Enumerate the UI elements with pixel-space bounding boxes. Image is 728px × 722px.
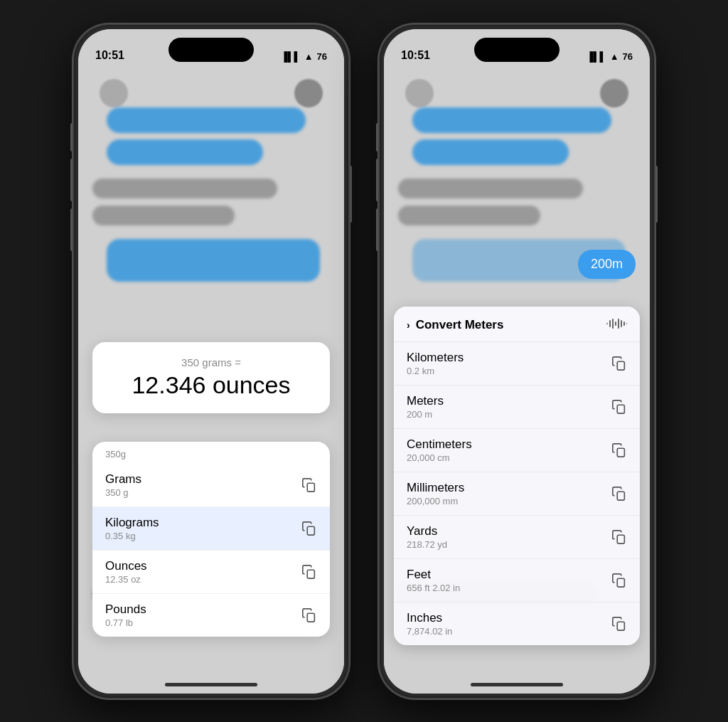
svg-rect-15: [617, 492, 624, 500]
copy-button[interactable]: [611, 399, 627, 415]
status-time: 10:51: [95, 49, 124, 62]
svg-rect-14: [617, 448, 624, 457]
mute-button[interactable]: [70, 123, 73, 152]
unit-value: 200 m: [407, 409, 444, 420]
list-item[interactable]: Meters 200 m: [394, 385, 640, 428]
list-item[interactable]: Kilograms 0.35 kg: [92, 507, 330, 551]
dynamic-island-right: [474, 38, 560, 62]
home-indicator-right: [471, 683, 563, 686]
battery-icon: 76: [317, 51, 327, 62]
list-item[interactable]: Grams 350 g: [92, 464, 330, 507]
power-button-right[interactable]: [655, 166, 658, 223]
copy-button[interactable]: [611, 573, 627, 588]
weight-result-label: 350 grams =: [109, 356, 313, 368]
unit-value: 0.77 lb: [105, 617, 146, 628]
waveform-icon[interactable]: [606, 317, 627, 334]
mute-button-right[interactable]: [376, 123, 378, 152]
unit-name: Ounces: [105, 559, 147, 573]
chevron-down-icon[interactable]: ›: [407, 319, 410, 331]
right-phone: 10:51 ▐▌▌ ▲ 76 200m › Convert Met: [378, 23, 655, 699]
conversion-list-header: 350g: [92, 442, 330, 464]
list-item[interactable]: Inches 7,874.02 in: [394, 602, 640, 645]
svg-rect-1: [307, 526, 314, 535]
unit-value: 0.35 kg: [105, 531, 159, 541]
unit-value: 12.35 oz: [105, 574, 147, 585]
volume-down-button[interactable]: [70, 208, 73, 251]
signal-icon: ▐▌▌: [587, 51, 606, 62]
copy-button[interactable]: [611, 442, 627, 458]
dynamic-island: [168, 38, 254, 62]
unit-name: Yards: [407, 524, 447, 538]
unit-name: Feet: [407, 568, 460, 582]
unit-value: 7,874.02 in: [407, 626, 452, 637]
unit-value: 0.2 km: [407, 366, 464, 376]
weight-result-card: 350 grams = 12.346 ounces: [92, 342, 330, 413]
power-button[interactable]: [350, 166, 352, 223]
status-time-right: 10:51: [401, 49, 430, 62]
unit-name: Inches: [407, 611, 452, 625]
meters-conversion-card: › Convert Meters: [394, 307, 640, 645]
unit-name: Centimeters: [407, 437, 472, 452]
unit-value: 20,000 cm: [407, 452, 472, 463]
list-item[interactable]: Kilometers 0.2 km: [394, 341, 640, 385]
unit-name: Kilometers: [407, 351, 464, 365]
svg-rect-0: [307, 483, 314, 492]
list-item[interactable]: Yards 218.72 yd: [394, 515, 640, 558]
svg-rect-16: [617, 535, 624, 543]
unit-value: 350 g: [105, 487, 141, 498]
list-item[interactable]: Pounds 0.77 lb: [92, 594, 330, 637]
svg-rect-3: [307, 613, 314, 622]
signal-icon: ▐▌▌: [281, 51, 301, 62]
wifi-icon: ▲: [304, 51, 314, 62]
meters-card-header: › Convert Meters: [394, 307, 640, 341]
unit-name: Grams: [105, 472, 141, 487]
left-phone: 10:51 ▐▌▌ ▲ 76 350 grams = 12.346 ounces…: [73, 23, 350, 699]
unit-value: 200,000 mm: [407, 496, 464, 506]
copy-button[interactable]: [611, 529, 627, 545]
unit-name: Kilograms: [105, 516, 159, 530]
copy-button[interactable]: [611, 486, 627, 501]
status-icons: ▐▌▌ ▲ 76: [281, 51, 327, 62]
unit-value: 656 ft 2.02 in: [407, 583, 460, 593]
copy-button[interactable]: [301, 564, 317, 580]
home-indicator: [165, 683, 257, 686]
list-item[interactable]: Millimeters 200,000 mm: [394, 472, 640, 515]
wifi-icon: ▲: [610, 51, 619, 62]
list-item[interactable]: Feet 656 ft 2.02 in: [394, 558, 640, 602]
list-item[interactable]: Ounces 12.35 oz: [92, 551, 330, 594]
copy-button[interactable]: [611, 356, 627, 371]
card-title: Convert Meters: [416, 318, 504, 332]
unit-name: Millimeters: [407, 481, 464, 495]
svg-rect-2: [307, 570, 314, 578]
unit-name: Pounds: [105, 602, 146, 617]
svg-rect-12: [617, 361, 624, 370]
copy-button[interactable]: [611, 616, 627, 632]
svg-rect-13: [617, 405, 624, 413]
status-icons-right: ▐▌▌ ▲ 76: [587, 51, 633, 62]
unit-name: Meters: [407, 394, 444, 408]
list-item[interactable]: Centimeters 20,000 cm: [394, 428, 640, 472]
copy-button[interactable]: [301, 477, 317, 493]
battery-icon: 76: [623, 51, 633, 62]
svg-rect-17: [617, 578, 624, 587]
weight-result-value: 12.346 ounces: [109, 371, 313, 399]
weight-conversion-list: 350g Grams 350 g Kilogra: [92, 442, 330, 637]
copy-button[interactable]: [301, 607, 317, 623]
volume-down-button-right[interactable]: [376, 208, 378, 251]
unit-value: 218.72 yd: [407, 539, 447, 550]
svg-rect-18: [617, 622, 624, 630]
volume-up-button-right[interactable]: [376, 159, 378, 201]
meters-bubble: 200m: [578, 250, 636, 279]
volume-up-button[interactable]: [70, 159, 73, 201]
copy-button[interactable]: [301, 521, 317, 536]
